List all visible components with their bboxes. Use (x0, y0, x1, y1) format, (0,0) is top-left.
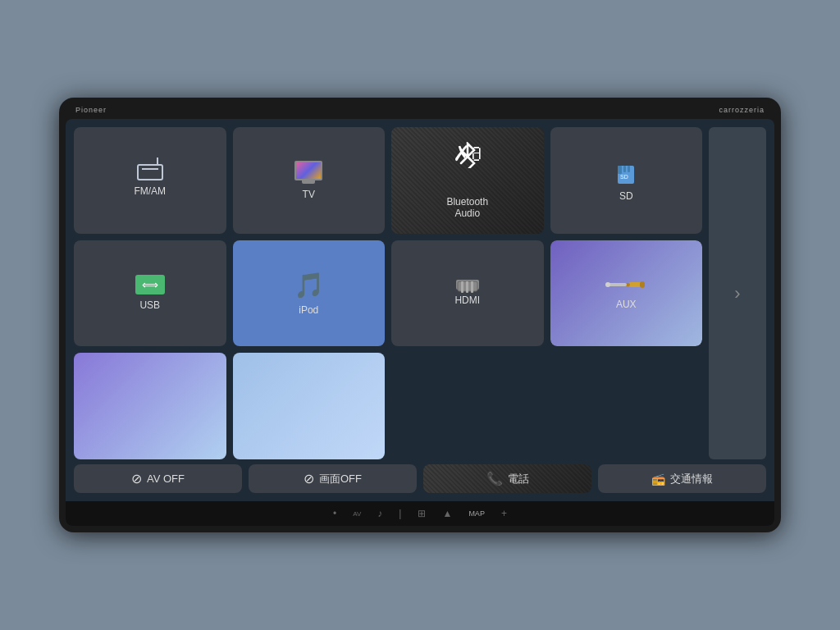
ipod-icon: 🎵 (294, 271, 324, 299)
tv-button[interactable]: TV (233, 127, 386, 234)
aux-label: AUX (616, 299, 637, 310)
hdmi-label: HDMI (454, 294, 480, 306)
fmam-label: FM/AM (134, 185, 166, 197)
sd-icon: SD (613, 159, 639, 185)
traffic-label: 交通情報 (670, 472, 713, 486)
svg-rect-13 (640, 281, 645, 288)
phone-label: 電話 (508, 472, 529, 486)
tv-label: TV (303, 189, 315, 200)
svg-point-12 (605, 282, 610, 287)
avoff-icon: ⊘ (131, 471, 142, 486)
chevron-right-icon: › (734, 283, 740, 304)
taskbar-divider: | (399, 508, 401, 519)
traffic-button[interactable]: 📻 交通情報 (598, 464, 766, 493)
ipod-button[interactable]: 🎵 iPod (233, 240, 386, 347)
hdmi-icon (456, 280, 479, 290)
purple-area (74, 353, 226, 459)
hdmi-button[interactable]: HDMI (391, 240, 544, 347)
taskbar-up[interactable]: ▲ (442, 508, 452, 519)
bluetooth-label: BluetoothAudio (446, 196, 488, 220)
avoff-button[interactable]: ⊘ AV OFF (74, 464, 242, 493)
bottom-buttons-row: ⊘ AV OFF ⊘ 画面OFF 📞 電話 📻 交通情報 (66, 464, 774, 501)
screenoff-button[interactable]: ⊘ 画面OFF (249, 464, 417, 493)
taskbar-av[interactable]: AV (353, 510, 361, 518)
fmam-button[interactable]: FM/AM (74, 127, 226, 234)
usb-button[interactable]: ⟺ USB (74, 240, 226, 347)
head-unit-frame: Pioneer carrozzeria FM/AM (59, 98, 781, 532)
svg-rect-1 (618, 166, 622, 174)
purple-area-2 (233, 353, 386, 459)
svg-rect-7 (466, 281, 468, 293)
taskbar-dot[interactable]: • (333, 508, 336, 519)
screenoff-icon: ⊘ (304, 471, 314, 486)
svg-rect-2 (623, 166, 626, 172)
screenoff-label: 画面OFF (319, 472, 362, 486)
taskbar: • AV ♪ | ⊞ ▲ MAP + (66, 501, 774, 526)
svg-text:SD: SD (620, 174, 628, 180)
taskbar-map[interactable]: MAP (468, 509, 485, 518)
traffic-icon: 📻 (651, 472, 665, 486)
ipod-label: iPod (299, 304, 318, 316)
svg-rect-8 (471, 281, 473, 293)
svg-rect-3 (628, 166, 630, 172)
pioneer-logo: Pioneer (75, 106, 107, 114)
buttons-grid: FM/AM TV ✗𐐀 BluetoothAudio (74, 127, 702, 459)
next-page-button[interactable]: › (709, 127, 766, 459)
svg-rect-6 (461, 281, 463, 293)
taskbar-menu[interactable]: ⊞ (418, 508, 426, 519)
sd-button[interactable]: SD SD (550, 127, 703, 234)
sd-label: SD (619, 190, 633, 202)
carrozzeria-logo: carrozzeria (719, 106, 765, 114)
usb-icon: ⟺ (135, 275, 165, 294)
aux-icon (605, 276, 646, 294)
avoff-label: AV OFF (147, 472, 185, 485)
main-screen: FM/AM TV ✗𐐀 BluetoothAudio (66, 119, 774, 526)
phone-icon: 📞 (486, 471, 503, 486)
usb-label: USB (139, 299, 160, 311)
bluetooth-button[interactable]: ✗𐐀 BluetoothAudio (391, 127, 544, 234)
radio-icon (137, 164, 163, 180)
brand-bar: Pioneer carrozzeria (66, 104, 774, 116)
phone-button[interactable]: 📞 電話 (423, 464, 591, 493)
main-grid-area: FM/AM TV ✗𐐀 BluetoothAudio (66, 119, 774, 464)
taskbar-plus[interactable]: + (501, 508, 507, 519)
tv-icon (294, 161, 322, 184)
aux-button[interactable]: AUX (550, 240, 703, 347)
bluetooth-icon (456, 142, 479, 168)
taskbar-music[interactable]: ♪ (377, 508, 382, 519)
